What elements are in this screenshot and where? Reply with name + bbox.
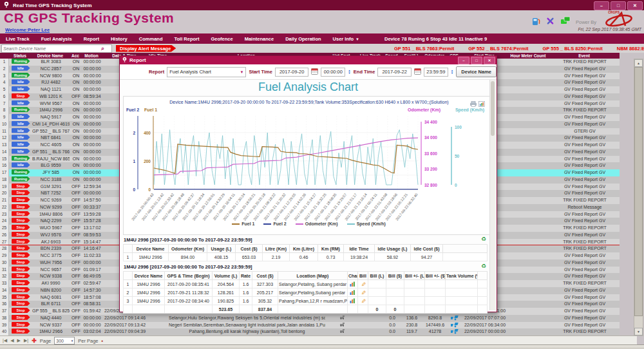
- mini-chart-icon[interactable]: [348, 288, 358, 297]
- menu-item-command[interactable]: Command: [133, 36, 169, 42]
- edit-pencil-icon[interactable]: ✎: [358, 280, 368, 288]
- alert-ticker: GP 551 _ BLS 7663:PermitGP 552 _ BLS 767…: [394, 44, 644, 53]
- prev-page-button[interactable]: ◀: [10, 338, 14, 343]
- menu-item-maintenance[interactable]: Maintenance: [239, 36, 279, 42]
- calendar-icon[interactable]: [414, 68, 421, 76]
- calendar-icon[interactable]: [311, 68, 318, 76]
- device-name-button[interactable]: Device Name: [456, 66, 497, 77]
- cell: 0.0: [383, 315, 401, 322]
- vehicle-row[interactable]: 39StopNCW 9337OFF00:00:0022/09/2017 09:1…: [0, 322, 620, 329]
- search-icon[interactable]: ⌕: [101, 46, 104, 52]
- last-page-button[interactable]: ▶|: [24, 338, 28, 343]
- menu-item-daily-operation[interactable]: Daily Operation: [279, 36, 327, 42]
- legend-item[interactable]: Fuel 1: [232, 222, 254, 226]
- fuel-pump-icon[interactable]: [531, 16, 540, 28]
- cell: [446, 280, 478, 288]
- cell: ON: [70, 162, 82, 169]
- edit-pencil-icon[interactable]: ✎: [358, 288, 368, 297]
- vehicle-row[interactable]: 38StopNAQ 4440OFF00:00:0022/09/2017 09:1…: [0, 315, 620, 322]
- cell: 14:57:30: [82, 287, 102, 294]
- tools-icon[interactable]: [545, 16, 555, 28]
- print-icon[interactable]: [470, 98, 477, 109]
- menu-item-geofence[interactable]: Geofence: [205, 36, 239, 42]
- end-time-input[interactable]: 23:59:59: [424, 68, 448, 77]
- report-type-select[interactable]: Fuel Analysis Chart▼: [167, 67, 246, 77]
- legend-item[interactable]: Odometer (Km): [296, 222, 338, 226]
- monitors-icon[interactable]: [560, 16, 571, 28]
- display-alert-button[interactable]: Display Alert Message: [116, 45, 176, 52]
- end-date-input[interactable]: 2017-09-22: [377, 68, 411, 77]
- export-excel-icon[interactable]: ♻: [481, 263, 486, 269]
- window-maximize-button[interactable]: □: [611, 1, 626, 10]
- start-date-input[interactable]: 2017-09-20: [275, 68, 308, 77]
- modal-maximize-button[interactable]: □: [471, 57, 482, 64]
- cell: OFF: [70, 211, 82, 218]
- cell: 119.7: [401, 328, 422, 335]
- column-header[interactable]: Acc: [69, 53, 82, 59]
- add-page-icon[interactable]: ✚: [32, 337, 37, 344]
- legend-item[interactable]: Fuel 2: [263, 222, 286, 226]
- per-page-select[interactable]: 300▾: [54, 337, 75, 344]
- cell: [425, 280, 446, 288]
- column-header[interactable]: Device Name: [32, 53, 69, 59]
- row-number: 1: [0, 59, 9, 66]
- table-row[interactable]: 21M4U 29962017-09-21 11:28:32128.2611.62…: [124, 288, 488, 297]
- legend-swatch: [347, 223, 355, 225]
- window-minimize-button[interactable]: –: [594, 1, 609, 10]
- mini-chart-icon[interactable]: [348, 280, 358, 288]
- status-badge: Stop: [12, 294, 30, 299]
- mini-chart-icon[interactable]: [348, 297, 358, 305]
- menu-item-report[interactable]: Report: [78, 36, 105, 42]
- modal-close-button[interactable]: ✕: [484, 57, 495, 64]
- table-row[interactable]: 11M4U 2996894.00408.15653.032.190.460.73…: [124, 253, 488, 261]
- menu-item-live-track[interactable]: Live Track: [0, 36, 35, 42]
- next-page-button[interactable]: ▶: [17, 338, 21, 343]
- search-box[interactable]: ⌕: [1, 44, 112, 53]
- column-header[interactable]: Motion: [82, 53, 101, 59]
- edit-pencil-icon[interactable]: ✎: [358, 297, 368, 305]
- menu-item-user-info[interactable]: User Info▼: [327, 36, 365, 42]
- cell: [508, 121, 549, 128]
- cell: [508, 287, 549, 294]
- brand-logo-text: CRGPS: [608, 10, 620, 14]
- column-header[interactable]: [0, 53, 8, 59]
- time-spinner-icon[interactable]: ▲▼: [451, 70, 453, 75]
- menu-item-toll-report[interactable]: Toll Report: [168, 36, 205, 42]
- status-cell: Idle: [9, 114, 32, 121]
- modal-minimize-button[interactable]: –: [458, 57, 469, 64]
- scroll-up-icon[interactable]: ▲: [634, 59, 643, 67]
- modal-scrollbar-thumb[interactable]: [491, 81, 495, 136]
- column-header: Char: [348, 272, 358, 280]
- vehicle-row[interactable]: 40Stop1M4U 2966OFF03:02:0422/09/2017 09:…: [0, 328, 620, 335]
- cell: OFF: [70, 190, 82, 197]
- scroll-down-icon[interactable]: ▼: [634, 328, 643, 335]
- cell: [508, 322, 549, 329]
- first-page-button[interactable]: |◀: [3, 338, 7, 343]
- menu-item-history[interactable]: History: [105, 36, 133, 42]
- chart-export-icon[interactable]: [478, 98, 485, 109]
- window-close-button[interactable]: ✕: [627, 1, 643, 10]
- main-scrollbar[interactable]: ▲ ▼: [634, 59, 643, 336]
- table-row[interactable]: 31M4U 29962017-09-22 08:34:40190.8251.63…: [124, 297, 488, 305]
- column-header[interactable]: Event: [549, 53, 620, 59]
- menu-item-fuel-analysis[interactable]: Fuel Analysis: [35, 36, 78, 42]
- welcome-user-link[interactable]: Welcome:Peter Lee: [5, 27, 50, 33]
- search-input[interactable]: [2, 46, 101, 51]
- cell: AKJ 6903: [32, 239, 70, 245]
- status-cell: Stop: [9, 184, 32, 191]
- table-row[interactable]: 11M4U 29962017-09-20 08:35:41204.5641.63…: [124, 280, 488, 288]
- status-cell: Idle: [9, 128, 32, 135]
- cell: 00:00:00: [82, 100, 102, 108]
- modal-scrollbar[interactable]: [489, 80, 496, 310]
- total-cell: [478, 305, 488, 314]
- column-header[interactable]: Status: [8, 53, 32, 59]
- refresh-icon[interactable]: ▪: [102, 338, 104, 344]
- export-excel-icon[interactable]: ♻: [481, 236, 486, 242]
- cell: 00:00:00: [82, 59, 102, 66]
- start-time-input[interactable]: 00:00:00: [321, 68, 345, 77]
- time-spinner-icon[interactable]: ▲▼: [348, 70, 350, 75]
- scrollbar-thumb[interactable]: [634, 67, 643, 316]
- status-badge: Idle: [12, 66, 30, 71]
- legend-item[interactable]: Speed (Km/h): [347, 222, 386, 226]
- column-header[interactable]: Hour Meter Count: [507, 53, 549, 59]
